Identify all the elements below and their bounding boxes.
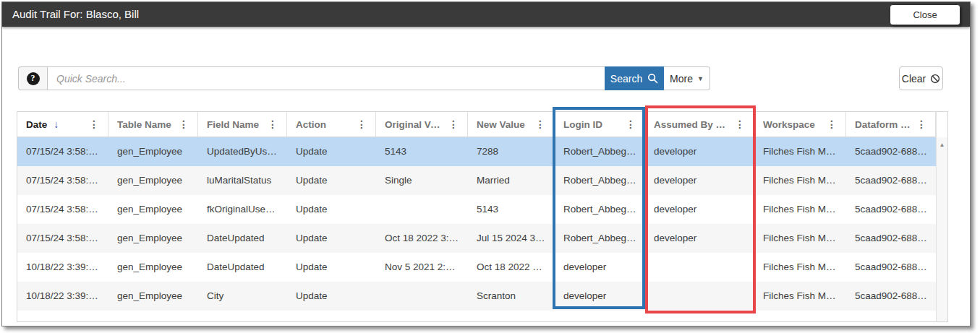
table-cell: 5caad902-688d-4... <box>846 282 936 311</box>
column-header-field-name[interactable]: Field Name⋮ <box>198 112 287 137</box>
table-cell: Filches Fish Market <box>754 253 846 282</box>
table-cell: 5143 <box>376 137 468 166</box>
table-cell: Oct 18 2022 3:39P... <box>376 224 468 253</box>
column-menu-icon[interactable]: ⋮ <box>263 118 282 130</box>
table-cell <box>645 253 754 282</box>
table-row[interactable]: 10/18/22 3:39:46 ...gen_EmployeeDateUpda… <box>17 253 947 282</box>
column-header-workspace[interactable]: Workspace⋮ <box>754 112 846 137</box>
column-label: Field Name <box>207 119 259 130</box>
table-row[interactable]: 10/18/22 3:39:46 ...gen_EmployeeCityUpda… <box>17 282 947 311</box>
table-cell: 5caad902-688d-4... <box>846 224 936 253</box>
help-button[interactable]: ? <box>18 66 47 90</box>
table-cell: Update <box>287 137 376 166</box>
column-label: New Value <box>477 119 525 130</box>
column-header-assumed-by-user[interactable]: Assumed By User⋮ <box>645 112 754 137</box>
column-label: Action <box>296 119 326 130</box>
table-cell: 07/15/24 3:58:43 ... <box>17 166 108 195</box>
clear-button-label: Clear <box>902 73 926 85</box>
column-menu-icon[interactable]: ⋮ <box>352 118 371 130</box>
quick-search-input[interactable] <box>47 66 605 90</box>
close-button[interactable]: Close <box>890 4 960 25</box>
table-cell: UpdatedByUserID <box>198 137 287 166</box>
table-cell: developer <box>645 195 754 224</box>
table-cell: gen_Employee <box>108 166 198 195</box>
column-menu-icon[interactable]: ⋮ <box>822 118 841 130</box>
table-cell: Filches Fish Market <box>754 137 846 166</box>
column-header-new-value[interactable]: New Value⋮ <box>468 112 555 137</box>
column-header-original-value[interactable]: Original Value⋮ <box>376 112 468 137</box>
table-cell: City <box>198 282 287 311</box>
more-button-label: More <box>670 73 693 85</box>
column-label: Login ID <box>563 119 602 130</box>
table-cell: Update <box>287 253 376 282</box>
table-cell: developer <box>645 137 754 166</box>
column-header-action[interactable]: Action⋮ <box>287 112 376 137</box>
vertical-scrollbar[interactable]: ▲ <box>936 137 947 321</box>
table-cell: 10/18/22 3:39:46 ... <box>17 282 108 311</box>
table-cell: Robert_Abbegers <box>555 224 645 253</box>
search-button[interactable]: Search <box>605 66 664 90</box>
column-header-login-id[interactable]: Login ID⋮ <box>555 112 645 137</box>
table-cell: luMaritalStatus <box>198 166 287 195</box>
column-header-date[interactable]: Date↓⋮ <box>17 112 108 137</box>
column-label: Date <box>26 119 47 130</box>
column-header-dataform-id[interactable]: Dataform Id...⋮ <box>846 112 936 137</box>
table-cell: Filches Fish Market <box>754 195 846 224</box>
column-menu-icon[interactable]: ⋮ <box>730 118 749 130</box>
table-cell: gen_Employee <box>108 195 198 224</box>
table-cell: fkOriginalUserID <box>198 195 287 224</box>
help-icon: ? <box>27 72 40 85</box>
column-header-table-name[interactable]: Table Name⋮ <box>108 112 198 137</box>
table-cell: Jul 15 2024 3:58PM <box>468 224 555 253</box>
column-menu-icon[interactable]: ⋮ <box>531 118 550 130</box>
table-cell: gen_Employee <box>108 282 198 311</box>
column-label: Original Value <box>385 119 444 130</box>
table-cell: developer <box>645 224 754 253</box>
grid-header-row: Date↓⋮Table Name⋮Field Name⋮Action⋮Origi… <box>17 112 947 137</box>
table-cell: Filches Fish Market <box>754 224 846 253</box>
column-menu-icon[interactable]: ⋮ <box>85 118 103 130</box>
sort-descending-icon: ↓ <box>54 118 59 130</box>
more-button[interactable]: More ▼ <box>664 66 710 90</box>
clear-button[interactable]: Clear <box>899 66 943 90</box>
table-cell: developer <box>645 166 754 195</box>
table-row[interactable]: 07/15/24 3:58:43 ...gen_EmployeefkOrigin… <box>17 195 947 224</box>
scroll-up-icon[interactable]: ▲ <box>937 137 947 148</box>
table-cell: 5caad902-688d-4... <box>846 137 936 166</box>
table-row[interactable]: 07/15/24 3:58:43 ...gen_EmployeeUpdatedB… <box>17 137 947 166</box>
table-cell: Nov 5 2021 2:52PM <box>376 253 468 282</box>
table-cell: Update <box>287 282 376 311</box>
table-row[interactable]: 07/15/24 3:58:43 ...gen_EmployeeDateUpda… <box>17 224 947 253</box>
table-cell: developer <box>555 253 645 282</box>
dialog-title: Audit Trail For: Blasco, Bill <box>2 2 970 27</box>
table-row[interactable]: 07/15/24 3:58:43 ...gen_EmployeeluMarita… <box>17 166 947 195</box>
table-cell: Filches Fish Market <box>754 166 846 195</box>
column-label: Table Name <box>117 119 171 130</box>
column-menu-icon[interactable]: ⋮ <box>912 118 931 130</box>
dialog-titlebar: Audit Trail For: Blasco, Bill <box>2 2 970 27</box>
table-cell: DateUpdated <box>198 224 287 253</box>
toolbar: ? Search More ▼ Clear <box>18 66 954 90</box>
column-label: Dataform Id... <box>855 119 912 130</box>
table-cell: 07/15/24 3:58:43 ... <box>17 137 108 166</box>
table-cell: gen_Employee <box>108 224 198 253</box>
table-cell <box>376 282 468 311</box>
table-cell <box>645 282 754 311</box>
table-cell: Oct 18 2022 3:39P... <box>468 253 555 282</box>
table-cell: Update <box>287 166 376 195</box>
table-cell: Married <box>468 166 555 195</box>
column-menu-icon[interactable]: ⋮ <box>444 118 463 130</box>
search-icon <box>647 73 658 84</box>
table-cell: 07/15/24 3:58:43 ... <box>17 224 108 253</box>
audit-grid: Date↓⋮Table Name⋮Field Name⋮Action⋮Origi… <box>17 111 948 322</box>
column-menu-icon[interactable]: ⋮ <box>174 118 193 130</box>
table-cell: Robert_Abbegers <box>555 195 645 224</box>
table-cell: gen_Employee <box>108 137 198 166</box>
table-cell: developer <box>555 282 645 311</box>
column-menu-icon[interactable]: ⋮ <box>621 118 640 130</box>
table-cell: DateUpdated <box>198 253 287 282</box>
search-button-label: Search <box>610 73 642 85</box>
chevron-down-icon: ▼ <box>697 75 704 82</box>
table-cell: gen_Employee <box>108 253 198 282</box>
table-cell: 5caad902-688d-4... <box>846 195 936 224</box>
